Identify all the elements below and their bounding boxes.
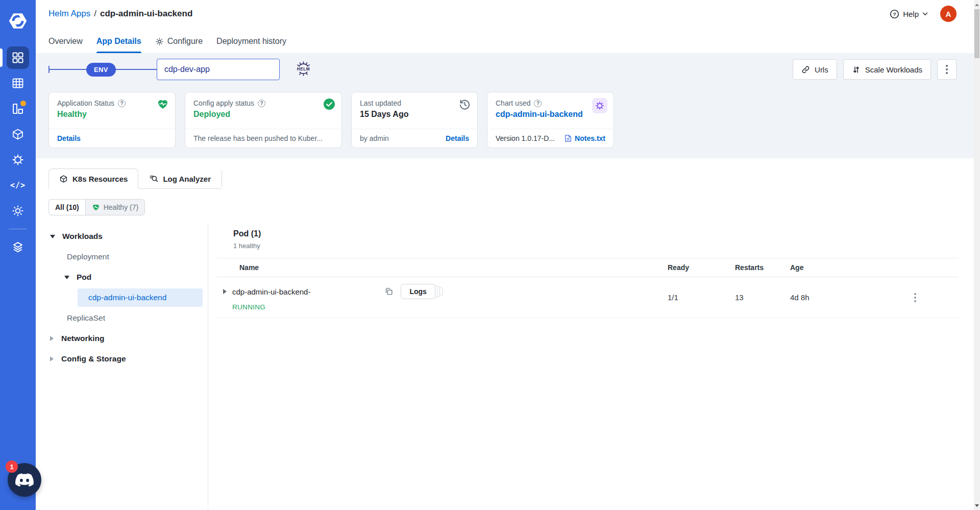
filter-all[interactable]: All (10): [49, 200, 86, 215]
question-icon[interactable]: ?: [534, 100, 542, 107]
tree-node-replicaset[interactable]: ReplicaSet: [36, 308, 208, 328]
card-title: Application Status: [57, 99, 114, 107]
notes-txt-link[interactable]: Notes.txt: [575, 134, 605, 142]
sidebar-divider: [9, 229, 27, 229]
sidebar-item-chart-store[interactable]: [0, 122, 36, 147]
tree-node-config-storage[interactable]: Config & Storage: [36, 349, 208, 369]
env-connector-line-2: [116, 69, 157, 70]
logs-button[interactable]: Logs: [401, 284, 435, 299]
stack-layers-icon: [7, 236, 29, 258]
sidebar-item-application-groups[interactable]: [0, 96, 36, 122]
question-icon[interactable]: ?: [258, 100, 265, 107]
application-status-details-link[interactable]: Details: [57, 134, 81, 142]
breadcrumb: Helm Apps / cdp-admin-ui-backend: [48, 9, 192, 19]
app-tabs: Overview App Details Configure Deploymen…: [48, 28, 957, 53]
status-cards: Application Status ? Healthy Details: [48, 92, 957, 148]
breadcrumb-helm-apps-link[interactable]: Helm Apps: [48, 9, 90, 19]
tab-configure[interactable]: Configure: [155, 37, 203, 53]
table-header: Name Ready Restarts Age: [217, 258, 959, 277]
pod-name[interactable]: cdp-admin-ui-backend-: [232, 287, 310, 296]
sidebar-item-jobs[interactable]: [0, 70, 36, 96]
svg-text:?: ?: [893, 11, 896, 17]
chart-used-link[interactable]: cdp-admin-ui-backend: [496, 110, 606, 119]
caret-down-icon: [64, 276, 69, 279]
cube-icon: [7, 123, 29, 145]
pod-table: Name Ready Restarts Age cdp-admin-ui-bac…: [217, 258, 959, 318]
history-icon: [458, 98, 471, 113]
table-row: cdp-admin-ui-backend- Logs: [217, 277, 959, 318]
application-status-card: Application Status ? Healthy Details: [48, 92, 176, 148]
tree-node-networking[interactable]: Networking: [36, 328, 208, 349]
scrollbar-thumb[interactable]: [974, 9, 979, 58]
main-area: Helm Apps / cdp-admin-ui-backend ? Help …: [36, 0, 974, 510]
sidebar-item-helm-charts[interactable]: [0, 147, 36, 173]
more-actions-button[interactable]: [937, 59, 957, 80]
tree-node-pod[interactable]: Pod: [36, 267, 208, 287]
caret-down-icon: [50, 235, 55, 238]
avatar[interactable]: A: [940, 6, 957, 22]
scroll-up-arrow[interactable]: [974, 1, 980, 8]
code-icon: </>: [7, 174, 29, 197]
tab-log-analyzer[interactable]: Log Analyzer: [138, 168, 222, 189]
heart-pulse-icon: [92, 203, 100, 211]
pod-table-pane: Pod (1) 1 healthy Name Ready Restarts Ag…: [208, 223, 974, 510]
gear-icon: [7, 200, 29, 222]
filter-healthy[interactable]: Healthy (7): [86, 200, 144, 215]
last-updated-details-link[interactable]: Details: [446, 134, 469, 142]
link-icon: [801, 65, 810, 74]
app-name-input[interactable]: [157, 59, 280, 80]
copy-icon[interactable]: [384, 287, 394, 296]
sidebar: </>: [0, 0, 36, 510]
column-age: Age: [790, 263, 872, 272]
tree-node-workloads[interactable]: Workloads: [36, 226, 208, 247]
tree-node-deployment[interactable]: Deployment: [36, 247, 208, 267]
config-apply-status-value: Deployed: [193, 110, 334, 119]
application-status-value: Healthy: [57, 110, 168, 119]
breadcrumb-current-app: cdp-admin-ui-backend: [100, 9, 192, 19]
card-title: Chart used: [496, 99, 530, 107]
sidebar-item-code[interactable]: </>: [0, 173, 36, 198]
devtron-logo-icon[interactable]: [6, 9, 30, 33]
scale-workloads-button[interactable]: Scale Workloads: [843, 59, 931, 80]
help-circle-icon: ?: [890, 9, 899, 19]
pod-health-summary: 1 healthy: [233, 242, 959, 250]
tab-k8s-resources[interactable]: K8s Resources: [48, 168, 138, 189]
config-apply-message: The release has been pushed to Kuber...: [193, 134, 323, 142]
help-button[interactable]: ? Help: [890, 9, 928, 19]
cube-icon: [59, 175, 68, 183]
question-icon[interactable]: ?: [118, 100, 126, 107]
updated-by-text: by admin: [360, 134, 389, 142]
jobs-table-icon: [7, 72, 29, 94]
tab-app-details[interactable]: App Details: [96, 37, 141, 53]
scroll-down-arrow[interactable]: [974, 502, 980, 509]
resource-tree: Workloads Deployment Pod cdp-admin-ui-ba…: [36, 223, 208, 510]
resources-section: K8s Resources Log Analyzer All (10): [36, 158, 974, 510]
pod-age-value: 4d 8h: [790, 293, 872, 302]
tab-deployment-history[interactable]: Deployment history: [216, 37, 286, 53]
logs-button-stack: Logs: [401, 284, 442, 299]
column-restarts: Restarts: [735, 263, 790, 272]
sidebar-item-applications[interactable]: [0, 45, 36, 70]
topbar: Helm Apps / cdp-admin-ui-backend ? Help …: [36, 0, 974, 53]
tab-separator: [222, 171, 222, 187]
expand-caret-icon[interactable]: [223, 289, 227, 294]
help-label: Help: [903, 10, 919, 18]
gear-icon: [155, 37, 164, 46]
notification-badge: 1: [6, 460, 18, 473]
document-icon: [565, 134, 572, 142]
application-groups-icon: [7, 98, 29, 120]
pod-ready-value: 1/1: [668, 293, 735, 302]
page-scrollbar[interactable]: [974, 0, 980, 510]
last-updated-value: 15 Days Ago: [360, 110, 470, 119]
log-search-icon: [149, 174, 158, 183]
sidebar-item-global-config[interactable]: [0, 198, 36, 224]
sidebar-nav: </>: [0, 45, 36, 260]
env-badge[interactable]: ENV: [86, 63, 116, 77]
row-kebab-menu-icon[interactable]: [911, 290, 919, 305]
urls-button[interactable]: Urls: [793, 59, 837, 80]
pod-section-title: Pod (1): [233, 229, 959, 238]
sidebar-item-resource-browser[interactable]: [0, 234, 36, 260]
tab-overview[interactable]: Overview: [48, 37, 83, 53]
discord-chat-button[interactable]: 1: [8, 463, 41, 497]
tree-selected-pod[interactable]: cdp-admin-ui-backend: [78, 288, 203, 307]
